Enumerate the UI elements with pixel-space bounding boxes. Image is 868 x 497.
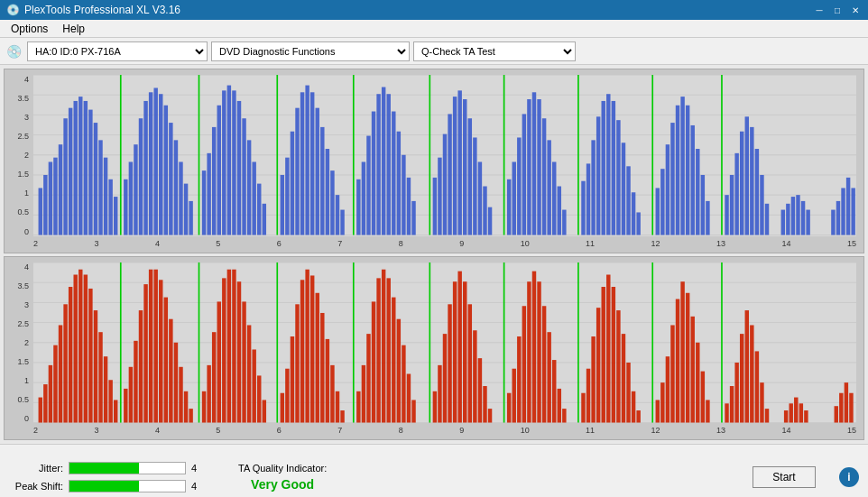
svg-rect-147 <box>806 210 809 235</box>
svg-rect-122 <box>660 169 664 235</box>
svg-rect-180 <box>129 366 133 422</box>
svg-rect-188 <box>169 318 172 422</box>
svg-rect-118 <box>632 192 635 235</box>
svg-rect-52 <box>257 184 261 235</box>
svg-rect-119 <box>636 212 640 235</box>
svg-rect-19 <box>88 110 92 235</box>
top-chart: 4 3.5 3 2.5 2 1.5 1 0.5 0 <box>4 69 864 253</box>
svg-rect-277 <box>670 325 674 422</box>
start-button[interactable]: Start <box>753 466 816 488</box>
svg-rect-101 <box>537 99 540 235</box>
svg-rect-84 <box>443 134 447 235</box>
svg-rect-152 <box>851 188 854 235</box>
svg-rect-121 <box>656 188 660 235</box>
svg-rect-50 <box>247 140 251 235</box>
svg-rect-150 <box>841 188 845 235</box>
peak-shift-progress-bar <box>69 480 186 492</box>
svg-rect-64 <box>326 149 329 235</box>
ta-quality-section: TA Quality Indicator: Very Good <box>238 463 327 492</box>
jitter-value: 4 <box>191 463 202 474</box>
title-bar: 💿 PlexTools Professional XL V3.16 ─ □ ✕ <box>0 0 868 20</box>
test-select[interactable]: Q-Check TA Test <box>413 41 576 61</box>
jitter-progress-fill <box>69 463 139 474</box>
svg-rect-200 <box>232 269 235 422</box>
maximize-button[interactable]: □ <box>830 4 845 16</box>
peak-shift-metric: Peak Shift: 4 <box>9 480 202 492</box>
svg-rect-116 <box>622 143 625 235</box>
svg-rect-222 <box>356 391 360 422</box>
svg-rect-218 <box>330 364 334 422</box>
svg-rect-77 <box>397 132 401 235</box>
ta-quality-value: Very Good <box>251 477 314 492</box>
svg-rect-265 <box>602 287 605 423</box>
svg-rect-270 <box>626 362 630 422</box>
svg-rect-47 <box>232 90 235 235</box>
svg-rect-191 <box>184 391 188 422</box>
svg-rect-239 <box>453 281 457 422</box>
svg-rect-301 <box>839 392 843 422</box>
svg-rect-141 <box>765 204 769 235</box>
svg-rect-151 <box>846 178 850 235</box>
svg-rect-92 <box>483 187 486 235</box>
svg-rect-223 <box>362 364 365 422</box>
close-button[interactable]: ✕ <box>848 4 863 16</box>
svg-rect-97 <box>517 137 521 235</box>
svg-rect-10 <box>43 175 47 235</box>
svg-rect-12 <box>53 158 57 235</box>
svg-rect-33 <box>159 94 162 235</box>
svg-rect-302 <box>845 382 848 422</box>
menu-options[interactable]: Options <box>4 21 55 37</box>
svg-rect-272 <box>636 410 640 423</box>
svg-rect-258 <box>558 388 561 422</box>
svg-rect-63 <box>320 127 324 235</box>
app-title: PlexTools Professional XL V3.16 <box>24 4 812 16</box>
svg-rect-190 <box>179 366 182 422</box>
svg-rect-60 <box>305 86 309 235</box>
svg-rect-87 <box>457 90 461 235</box>
jitter-metric: Jitter: 4 <box>9 462 202 474</box>
svg-rect-253 <box>532 271 536 422</box>
jitter-label: Jitter: <box>9 463 63 474</box>
bottom-chart: 4 3.5 3 2.5 2 1.5 1 0.5 0 <box>4 256 864 441</box>
svg-rect-137 <box>745 116 749 235</box>
svg-rect-128 <box>690 125 694 235</box>
peak-shift-label: Peak Shift: <box>9 481 63 492</box>
ta-quality-label: TA Quality Indicator: <box>238 463 327 474</box>
svg-rect-246 <box>488 409 492 422</box>
function-select[interactable]: DVD Diagnostic Functions <box>211 41 410 61</box>
svg-rect-30 <box>143 101 147 235</box>
svg-rect-108 <box>581 181 585 235</box>
svg-rect-14 <box>63 118 67 235</box>
svg-rect-217 <box>326 338 329 422</box>
svg-rect-211 <box>295 304 299 422</box>
svg-rect-55 <box>281 175 284 235</box>
svg-rect-286 <box>725 403 728 422</box>
svg-rect-22 <box>104 158 107 235</box>
svg-rect-136 <box>740 132 743 235</box>
svg-rect-142 <box>781 210 785 235</box>
svg-rect-104 <box>552 161 556 235</box>
svg-rect-41 <box>202 170 206 235</box>
svg-rect-240 <box>457 271 461 422</box>
drive-select[interactable]: HA:0 ID:0 PX-716A <box>27 41 208 61</box>
menu-help[interactable]: Help <box>55 21 92 37</box>
svg-rect-143 <box>786 204 790 235</box>
svg-rect-20 <box>94 123 97 235</box>
svg-rect-37 <box>179 161 182 235</box>
metrics-column: Jitter: 4 Peak Shift: 4 <box>9 462 202 492</box>
svg-rect-72 <box>372 112 375 235</box>
svg-rect-48 <box>237 101 241 235</box>
info-button[interactable]: i <box>839 467 859 487</box>
svg-rect-208 <box>281 392 284 422</box>
minimize-button[interactable]: ─ <box>812 4 826 16</box>
svg-rect-144 <box>791 197 795 235</box>
svg-rect-42 <box>207 153 210 235</box>
svg-rect-83 <box>438 158 441 235</box>
svg-rect-230 <box>397 318 401 422</box>
svg-rect-35 <box>169 123 172 235</box>
svg-rect-280 <box>686 292 689 422</box>
svg-rect-213 <box>305 269 309 422</box>
svg-rect-51 <box>252 161 255 235</box>
svg-rect-261 <box>581 392 585 422</box>
svg-rect-168 <box>69 287 72 423</box>
